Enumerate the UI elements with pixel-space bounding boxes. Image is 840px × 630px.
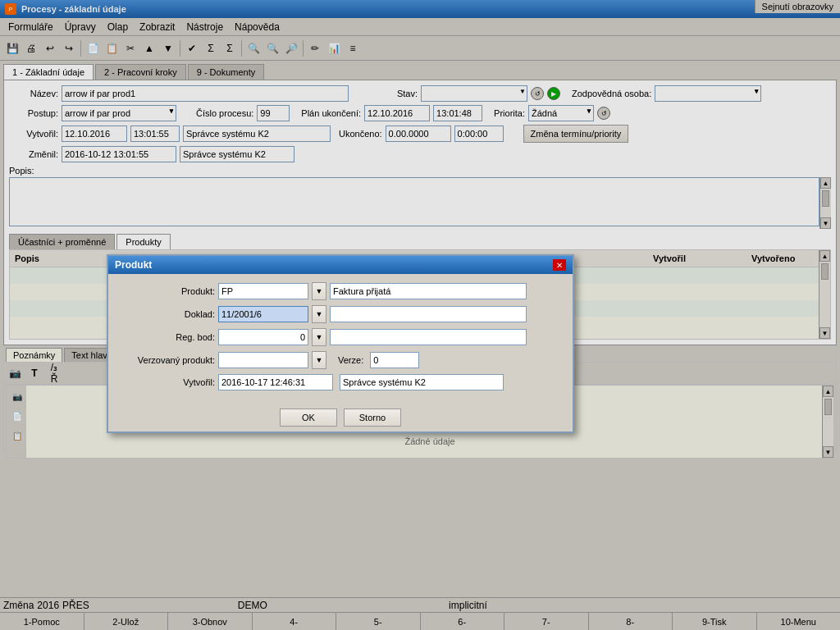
dialog-vytvoril-row: Vytvořil:: [116, 374, 564, 390]
dialog-doklad-label: Doklad:: [116, 309, 215, 319]
dialog-doklad-row: Doklad: ▼: [116, 305, 564, 323]
dialog-title-text: Produkt: [115, 259, 152, 271]
dialog-doklad-name[interactable]: [330, 306, 527, 322]
dialog-produkt-label: Produkt:: [116, 286, 215, 296]
dialog-regbod-input[interactable]: [218, 329, 308, 345]
dialog-verzovany-label: Verzovaný produkt:: [116, 355, 215, 365]
dialog-vytvoril-date[interactable]: [218, 374, 333, 390]
dialog-verze-input[interactable]: [370, 352, 419, 368]
dialog-body: Produkt: ▼ Doklad: ▼ Reg. bod: ▼: [108, 274, 573, 404]
dialog-close-btn[interactable]: ✕: [553, 259, 566, 271]
dialog-regbod-name[interactable]: [330, 329, 527, 345]
dialog-doklad-input[interactable]: [218, 306, 308, 322]
dialog-produkt-row: Produkt: ▼: [116, 282, 564, 300]
dialog-vytvoril-label: Vytvořil:: [116, 377, 215, 387]
dialog-verzovany-row: Verzovaný produkt: ▼ Verze:: [116, 351, 564, 369]
dialog-regbod-row: Reg. bod: ▼: [116, 328, 564, 346]
dialog-ok-btn[interactable]: OK: [280, 409, 337, 427]
dialog-regbod-dropdown[interactable]: ▼: [312, 328, 326, 346]
dialog-produkt-name[interactable]: [330, 283, 527, 299]
dialog-produkt-code[interactable]: [218, 283, 308, 299]
dialog-doklad-dropdown[interactable]: ▼: [312, 305, 326, 323]
dialog-footer: OK Storno: [108, 404, 573, 431]
dialog-verze-label: Verze:: [338, 355, 363, 365]
dialog-vytvoril-who[interactable]: [340, 374, 504, 390]
dialog-verzovany-input[interactable]: [218, 352, 308, 368]
dialog-produkt-dropdown[interactable]: ▼: [312, 282, 326, 300]
dialog-overlay: Produkt ✕ Produkt: ▼ Doklad: ▼ Reg. bod:: [0, 0, 840, 630]
dialog-produkt: Produkt ✕ Produkt: ▼ Doklad: ▼ Reg. bod:: [107, 254, 574, 433]
dialog-storno-btn[interactable]: Storno: [344, 409, 401, 427]
dialog-title-bar: Produkt ✕: [108, 256, 573, 274]
dialog-verzovany-dropdown[interactable]: ▼: [312, 351, 326, 369]
dialog-regbod-label: Reg. bod:: [116, 332, 215, 342]
